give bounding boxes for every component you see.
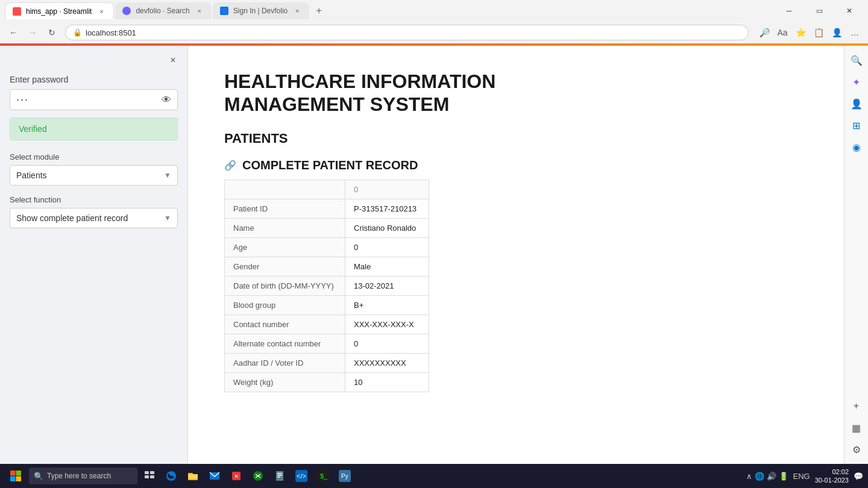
svg-rect-14	[277, 475, 282, 476]
app-title-line1: HEALTHCARE INFORMATION	[224, 70, 808, 93]
tab-bar: hims_app · Streamlit × devfolio · Search…	[0, 0, 868, 22]
right-gear-icon[interactable]: ⚙	[847, 440, 866, 459]
eng-label[interactable]: ENG	[793, 472, 810, 481]
function-dropdown[interactable]: Show complete patient record ▼	[10, 208, 178, 228]
address-bar[interactable]: 🔒 localhost:8501	[65, 25, 749, 40]
module-value: Patients	[16, 170, 47, 180]
minimize-button[interactable]: ─	[775, 0, 803, 22]
table-field-value: Male	[345, 257, 429, 276]
window-controls: ─ ▭ ✕	[775, 0, 863, 22]
svg-text:Py: Py	[341, 473, 348, 480]
start-button[interactable]	[5, 465, 27, 487]
svg-text:</>: </>	[297, 472, 306, 480]
table-field-value: XXX-XXX-XXX-X	[345, 314, 429, 334]
chevron-up-icon[interactable]: ∧	[746, 472, 752, 481]
notification-icon[interactable]: 💬	[854, 472, 863, 481]
link-icon: 🔗	[224, 160, 236, 171]
right-outlook-icon[interactable]: ◉	[847, 137, 866, 157]
tab-devfolio[interactable]: devfolio · Search ×	[115, 2, 211, 19]
terminal-icon[interactable]: $_	[313, 466, 333, 486]
svg-rect-4	[145, 471, 149, 474]
table-field-label: Aadhar ID / Voter ID	[225, 353, 345, 372]
sys-tray: ∧ 🌐 🔊 🔋	[746, 472, 788, 481]
svg-text:$_: $_	[320, 472, 328, 480]
right-star-icon[interactable]: ✦	[847, 72, 866, 92]
toggle-password-icon[interactable]: 👁	[162, 95, 171, 105]
right-office-icon[interactable]: ⊞	[847, 116, 866, 135]
right-plus-icon[interactable]: +	[847, 396, 866, 416]
main-content: HEALTHCARE INFORMATION MANAGEMENT SYSTEM…	[188, 46, 844, 464]
table-field-value: P-313517-210213	[345, 199, 429, 218]
table-field-label: Name	[225, 218, 345, 237]
reading-list-icon[interactable]: 🔎	[756, 24, 773, 41]
favorites-icon[interactable]: ⭐	[792, 24, 809, 41]
svg-rect-5	[150, 471, 154, 474]
new-tab-button[interactable]: +	[310, 2, 327, 19]
patient-table: 0Patient IDP-313517-210213NameCristiano …	[224, 180, 429, 392]
profile-icon[interactable]: 👤	[828, 24, 845, 41]
explorer-icon[interactable]	[183, 466, 203, 486]
select-function-label: Select function	[10, 195, 178, 204]
table-field-label: Weight (kg)	[225, 372, 345, 392]
table-field-value: 0	[345, 237, 429, 257]
xbox-icon[interactable]	[248, 466, 268, 486]
url-text: localhost:8501	[86, 28, 136, 37]
collections-icon[interactable]: 📋	[810, 24, 827, 41]
forward-button[interactable]: →	[24, 24, 41, 41]
table-field-label: Date of birth (DD-MM-YYYY)	[225, 276, 345, 295]
taskbar-clock[interactable]: 02:02 30-01-2023	[815, 468, 849, 485]
record-header: 🔗 COMPLETE PATIENT RECORD	[224, 158, 808, 172]
password-label: Enter password	[10, 75, 178, 84]
taskbar-search-icon: 🔍	[34, 472, 43, 481]
volume-icon[interactable]: 🔊	[767, 472, 776, 481]
tab-close-devfolio[interactable]: ×	[195, 6, 204, 16]
sidebar-close-button[interactable]: ×	[166, 53, 180, 67]
svg-rect-13	[277, 473, 282, 474]
mail-icon[interactable]	[205, 466, 224, 486]
close-button[interactable]: ✕	[835, 0, 863, 22]
module-dropdown-arrow: ▼	[164, 171, 171, 180]
tab-close-signin[interactable]: ×	[292, 6, 302, 16]
module-dropdown[interactable]: Patients ▼	[10, 165, 178, 186]
tab-title-devfolio: devfolio · Search	[136, 7, 189, 15]
tab-signin[interactable]: Sign In | Devfolio ×	[213, 2, 310, 19]
svg-rect-0	[10, 471, 16, 476]
taskbar: 🔍 Type here to search ✕ </> $_ Py ∧ 🌐 🔊 …	[0, 464, 868, 488]
network-icon[interactable]: 🌐	[755, 472, 764, 481]
tab-favicon-signin	[220, 7, 228, 15]
right-person-icon[interactable]: 👤	[847, 94, 866, 113]
taskbar-date-text: 30-01-2023	[815, 476, 849, 484]
app-title-line2: MANAGEMENT SYSTEM	[224, 93, 808, 116]
vscode-icon[interactable]: </>	[292, 466, 311, 486]
table-field-value: Cristiano Ronaldo	[345, 218, 429, 237]
table-field-label: Patient ID	[225, 199, 345, 218]
back-button[interactable]: ←	[5, 24, 22, 41]
select-module-label: Select module	[10, 152, 178, 161]
toolbar-icons: 🔎 Aa ⭐ 📋 👤 …	[756, 24, 863, 41]
section-title: PATIENTS	[224, 131, 808, 146]
antivirus-icon[interactable]: ✕	[227, 466, 246, 486]
address-bar-row: ← → ↻ 🔒 localhost:8501 🔎 Aa ⭐ 📋 👤 …	[0, 22, 868, 43]
tab-close-hims[interactable]: ×	[96, 7, 106, 16]
sidebar: × Enter password ··· 👁 Verified Select m…	[0, 46, 188, 464]
files-icon[interactable]	[270, 466, 289, 486]
taskview-icon[interactable]	[140, 466, 159, 486]
more-menu-icon[interactable]: …	[846, 24, 863, 41]
app-title: HEALTHCARE INFORMATION MANAGEMENT SYSTEM	[224, 70, 808, 116]
svg-rect-12	[276, 471, 283, 481]
tab-hims[interactable]: hims_app · Streamlit ×	[5, 2, 114, 19]
refresh-button[interactable]: ↻	[43, 24, 60, 41]
password-field: ··· 👁	[10, 89, 178, 110]
right-search-icon[interactable]: 🔍	[847, 51, 866, 70]
python-icon[interactable]: Py	[335, 466, 354, 486]
taskbar-search-box[interactable]: 🔍 Type here to search	[29, 468, 137, 484]
edge-icon[interactable]	[162, 466, 181, 486]
right-table-icon[interactable]: ▦	[847, 418, 866, 437]
battery-icon[interactable]: 🔋	[779, 472, 788, 481]
read-aloud-icon[interactable]: Aa	[774, 24, 791, 41]
table-field-value: 10	[345, 372, 429, 392]
maximize-button[interactable]: ▭	[805, 0, 833, 22]
table-field-label	[225, 180, 345, 199]
tab-title-hims: hims_app · Streamlit	[26, 7, 92, 16]
table-field-value: XXXXXXXXXX	[345, 353, 429, 372]
